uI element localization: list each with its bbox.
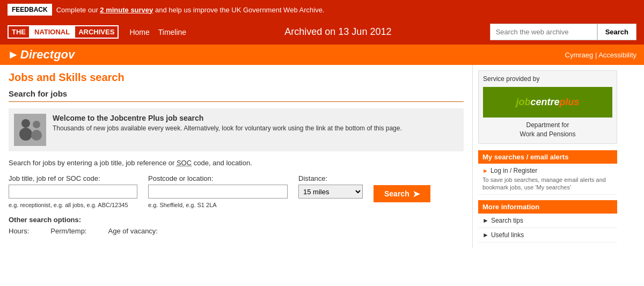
header-search-button[interactable]: Search — [597, 24, 636, 40]
more-info-title: More information — [478, 200, 617, 214]
search-tips-arrow-icon: ► — [482, 217, 489, 224]
content-right: Service provided by jobcentreplus Depart… — [472, 65, 623, 248]
perm-temp-label: Perm/temp: — [50, 227, 86, 235]
postcode-label: Postcode or location: — [148, 174, 288, 182]
jobcentre-centre: centre — [530, 97, 559, 107]
dept-text: Department forWork and Pensions — [483, 121, 612, 139]
content-left: Jobs and Skills search Search for jobs W… — [0, 65, 472, 248]
feedback-bar: FEEDBACK Complete our 2 minute survey an… — [0, 0, 644, 19]
nav-timeline[interactable]: Timeline — [158, 28, 186, 36]
jobcentre-job: job — [516, 97, 530, 107]
postcode-hint: e.g. Sheffield, e.g. S1 2LA — [148, 202, 288, 208]
header-search: Search — [490, 24, 636, 40]
feedback-text: Complete our 2 minute survey and help us… — [56, 6, 325, 14]
distance-field-group: Distance: 15 miles 5 miles 10 miles 20 m… — [298, 174, 363, 199]
postcode-field-group: Postcode or location: e.g. Sheffield, e.… — [148, 174, 288, 208]
search-button[interactable]: Search ➤ — [374, 185, 430, 202]
jobcentre-plus: plus — [560, 97, 580, 107]
my-searches-title: My searches / email alerts — [478, 150, 617, 164]
login-register-item: ► Log in / Register To save job searches… — [478, 164, 617, 195]
page-title: Jobs and Skills search — [9, 71, 464, 84]
service-provided-title: Service provided by — [483, 75, 612, 83]
tna-logo: THE NATIONAL ARCHIVES — [8, 25, 119, 39]
hours-label: Hours: — [9, 227, 29, 235]
feedback-tag: FEEDBACK — [8, 4, 52, 16]
distance-select[interactable]: 15 miles 5 miles 10 miles 20 miles 30 mi… — [298, 185, 363, 199]
search-tips-item: ► Search tips — [478, 214, 617, 228]
useful-links-arrow-icon: ► — [482, 231, 489, 239]
form-row-main: Job title, job ref or SOC code: e.g. rec… — [9, 174, 464, 208]
svg-point-2 — [19, 128, 32, 141]
useful-links-link[interactable]: ► Useful links — [482, 231, 613, 239]
accessibility-link[interactable]: Accessibility — [598, 51, 636, 59]
distance-label: Distance: — [298, 174, 363, 182]
service-provided: Service provided by jobcentreplus Depart… — [478, 70, 617, 144]
cymraeg-link[interactable]: Cymraeg — [565, 51, 594, 59]
archived-text: Archived on 13 Jun 2012 — [197, 26, 479, 38]
search-arrow-icon: ➤ — [413, 189, 420, 199]
postcode-input[interactable] — [148, 185, 288, 199]
jobcentre-logo: jobcentreplus — [483, 87, 612, 118]
more-info-section: More information ► Search tips ► Useful … — [478, 200, 617, 243]
login-register-link[interactable]: ► Log in / Register — [482, 167, 613, 174]
main-content: Jobs and Skills search Search for jobs W… — [0, 65, 644, 248]
useful-links-item: ► Useful links — [478, 228, 617, 243]
header-nav: Home Timeline — [129, 28, 186, 36]
job-input[interactable] — [9, 185, 137, 199]
job-label: Job title, job ref or SOC code: — [9, 174, 137, 182]
welcome-box: Welcome to the Jobcentre Plus job search… — [9, 108, 464, 151]
job-hint: e.g. receptionist, e.g. all jobs, e.g. A… — [9, 202, 137, 208]
svg-point-1 — [21, 119, 30, 128]
survey-link[interactable]: 2 minute survey — [100, 6, 153, 14]
welcome-image — [14, 114, 46, 146]
age-vacancy-label: Age of vacancy: — [108, 227, 158, 235]
main-header: THE NATIONAL ARCHIVES Home Timeline Arch… — [0, 19, 644, 45]
svg-point-4 — [31, 130, 42, 141]
directgov-arrow-icon: ► — [8, 48, 19, 61]
directgov-logo: ►Directgov — [8, 48, 75, 62]
welcome-heading: Welcome to the Jobcentre Plus job search — [53, 114, 402, 122]
other-options-row: Hours: Perm/temp: Age of vacancy: — [9, 227, 464, 235]
login-arrow-icon: ► — [482, 167, 488, 174]
svg-point-3 — [33, 121, 40, 128]
job-field-group: Job title, job ref or SOC code: e.g. rec… — [9, 174, 137, 208]
tna-the: THE — [8, 25, 30, 39]
directgov-links: Cymraeg | Accessibility — [565, 51, 636, 59]
directgov-bar: ►Directgov Cymraeg | Accessibility — [0, 45, 644, 65]
tna-archives: ARCHIVES — [74, 25, 119, 39]
welcome-description: Thousands of new jobs available every we… — [53, 124, 402, 132]
search-desc-text: Search for jobs by entering a job title,… — [9, 159, 252, 167]
search-description: Search for jobs by entering a job title,… — [9, 159, 464, 167]
welcome-text: Welcome to the Jobcentre Plus job search… — [53, 114, 402, 146]
header-search-input[interactable] — [490, 24, 597, 40]
search-tips-link[interactable]: ► Search tips — [482, 217, 613, 224]
login-desc: To save job searches, manage email alert… — [482, 176, 613, 192]
other-options-label: Other search options: — [9, 216, 464, 224]
soc-abbr: SOC — [177, 159, 192, 167]
section-title: Search for jobs — [9, 89, 464, 102]
nav-home[interactable]: Home — [129, 28, 149, 36]
tna-national: NATIONAL — [30, 25, 74, 39]
